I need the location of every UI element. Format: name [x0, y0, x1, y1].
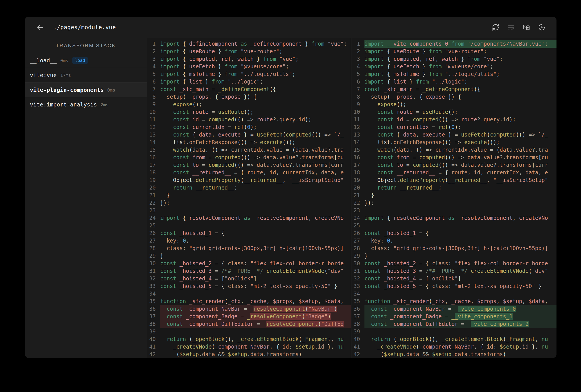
code-text: const _hoisted_3 = /*#__PURE__*/_createE…: [160, 267, 351, 275]
code-line: 33const _hoisted_5 = { class: "ml-2 text…: [147, 282, 351, 290]
code-line: 36 const _component_NavBar = _resolveCom…: [147, 305, 351, 313]
code-text: list.onFetchResponse(() => execute());: [364, 138, 556, 146]
sidebar-item-load[interactable]: __load__ 0ms load: [25, 53, 147, 68]
line-number: 30: [147, 260, 160, 267]
line-number: 33: [147, 282, 160, 290]
code-line: 3import { computed, ref, watch } from "v…: [352, 55, 556, 63]
code-line: 30const _hoisted_2 = { class: "flex flex…: [147, 260, 351, 267]
sidebar-title: TRANSFORM STACK: [25, 38, 147, 53]
code-text: const __returned__ = { route, id, curren…: [364, 169, 556, 176]
diff-pane-before[interactable]: 1import { defineComponent as _defineComp…: [147, 38, 351, 358]
code-line: 1import __vite_components_0 from '/compo…: [352, 40, 556, 48]
code-line: 37 const _component_Badge = __vite_compo…: [352, 313, 556, 320]
sidebar-item-vite-import-analysis[interactable]: vite:import-analysis 2ms: [25, 97, 147, 112]
line-number: 27: [147, 237, 160, 244]
sidebar-item-vite-plugin-components[interactable]: vite-plugin-components 0ms: [25, 83, 147, 97]
line-number: 1: [147, 40, 160, 48]
line-number: 10: [352, 108, 364, 116]
code-text: [160, 290, 351, 298]
line-number: 22: [147, 199, 160, 207]
code-text: return __returned__;: [364, 184, 556, 192]
line-number: 32: [147, 275, 160, 282]
line-number: 24: [352, 214, 364, 222]
code-line: 12 const currentIdx = ref(0);: [352, 124, 556, 131]
code-line: 32const _hoisted_4 = ["onClick"]: [352, 275, 556, 282]
code-text-removed: const _component_NavBar = _resolveCompon…: [160, 305, 351, 313]
file-title: ./pages/module.vue: [54, 24, 116, 30]
line-number: 26: [147, 230, 160, 237]
code-line: 22});: [352, 199, 556, 207]
compare-panels-icon[interactable]: [523, 24, 530, 31]
code-text: import { useFetch } from "@vueuse/core";: [160, 63, 351, 70]
line-number: 27: [352, 237, 364, 244]
code-text: [364, 290, 556, 298]
code-text: const _sfc_main = _defineComponent({: [364, 86, 556, 93]
code-line: 39: [147, 328, 351, 336]
code-line: 27 key: 0,: [352, 237, 556, 244]
line-number: 9: [352, 101, 364, 108]
line-number: 33: [352, 282, 364, 290]
line-number: 12: [147, 124, 160, 131]
code-line: 35function _sfc_render(_ctx, _cache, $pr…: [147, 298, 351, 305]
line-number: 13: [352, 131, 364, 138]
code-line: 16 const from = computed(() => data.valu…: [147, 154, 351, 161]
code-text: [364, 222, 556, 230]
line-number: 17: [352, 161, 364, 169]
code-text: _createVNode(_component_NavBar, { id: $s…: [364, 343, 556, 350]
code-line: 12 const currentIdx = ref(0);: [147, 124, 351, 131]
code-text: const __returned__ = { route, id, curren…: [160, 169, 351, 176]
code-text: Object.defineProperty(__returned__, "__i…: [160, 176, 351, 184]
code-text: const _hoisted_1 = {: [160, 230, 351, 237]
code-text: import { msToTime } from "../logic/utils…: [160, 70, 351, 78]
code-text: const _hoisted_2 = { class: "flex flex-c…: [364, 260, 556, 267]
code-line: 15 watch(data, () => currentIdx.value = …: [147, 146, 351, 154]
plugin-time: 0ms: [107, 87, 115, 93]
code-line: 24import { resolveComponent as _resolveC…: [352, 214, 556, 222]
code-line: 15 watch(data, () => currentIdx.value = …: [352, 146, 556, 154]
line-number: 5: [147, 70, 160, 78]
code-line: 9 expose();: [147, 101, 351, 108]
moon-icon[interactable]: [538, 24, 545, 31]
code-text: const currentIdx = ref(0);: [160, 124, 351, 131]
line-number: 39: [352, 328, 364, 336]
plugin-name: vite-plugin-components: [30, 87, 104, 93]
code-text: return (_openBlock(), _createElementBloc…: [364, 336, 556, 343]
code-line: 22});: [147, 199, 351, 207]
sidebar-item-vite-vue[interactable]: vite:vue 17ms: [25, 68, 147, 83]
diff-pane-after[interactable]: 1import __vite_components_0 from '/compo…: [352, 38, 556, 358]
line-number: 2: [352, 48, 364, 55]
code-line: 18 const __returned__ = { route, id, cur…: [352, 169, 556, 176]
code-text: watch(data, () => currentIdx.value = (da…: [364, 146, 556, 154]
code-text: import { useRoute } from "vue-router";: [160, 48, 351, 55]
code-text: const _hoisted_5 = { class: "ml-2 text-x…: [364, 282, 556, 290]
code-line: 4import { useFetch } from "@vueuse/core"…: [147, 63, 351, 70]
code-line: 6import { list } from "../logic";: [352, 78, 556, 86]
code-text: [364, 207, 556, 214]
plugin-time: 17ms: [60, 72, 71, 78]
refresh-icon[interactable]: [492, 24, 499, 31]
line-number: 29: [352, 252, 364, 260]
code-text: expose();: [160, 101, 351, 108]
line-wrap-icon[interactable]: [507, 24, 514, 31]
back-button[interactable]: [36, 24, 44, 32]
code-line: 16 const from = computed(() => data.valu…: [352, 154, 556, 161]
code-text: ($setup.data && $setup.data.transforms): [160, 350, 351, 358]
code-line: 33const _hoisted_5 = { class: "ml-2 text…: [352, 282, 556, 290]
code-line: 32const _hoisted_4 = ["onClick"]: [147, 275, 351, 282]
code-line: 36 const _component_NavBar = __vite_comp…: [352, 305, 556, 313]
code-line: 38 const _component_DiffEditor = _resolv…: [147, 320, 351, 328]
code-line: 5import { msToTime } from "../logic/util…: [147, 70, 351, 78]
code-line: 42 ($setup.data && $setup.data.transform…: [352, 350, 556, 358]
code-line: 25: [147, 222, 351, 230]
line-number: 6: [352, 78, 364, 86]
code-text: function _sfc_render(_ctx, _cache, $prop…: [364, 298, 556, 305]
line-number: 29: [147, 252, 160, 260]
line-number: 14: [147, 138, 160, 146]
code-text: _createVNode(_component_NavBar, { id: $s…: [160, 343, 351, 350]
code-text: import { msToTime } from "../logic/utils…: [364, 70, 556, 78]
file-title-dot: .: [54, 24, 57, 30]
code-text: });: [364, 199, 556, 207]
code-text: list.onFetchResponse(() => execute());: [160, 138, 351, 146]
line-number: 8: [147, 93, 160, 101]
code-text: function _sfc_render(_ctx, _cache, $prop…: [160, 298, 351, 305]
